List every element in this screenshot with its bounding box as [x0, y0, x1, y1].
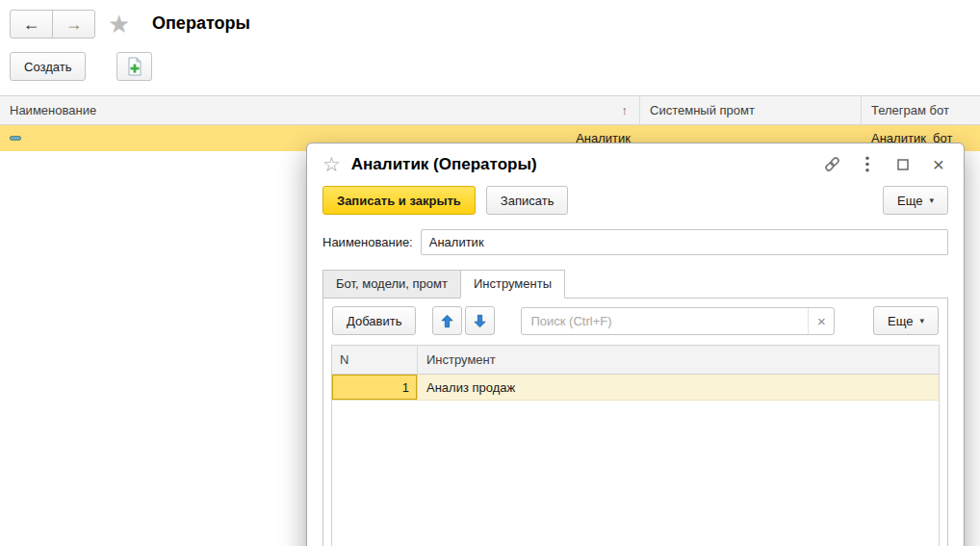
- new-document-plus-icon: [125, 57, 144, 76]
- sort-ascending-icon: ↑: [622, 103, 629, 117]
- column-header-system-prompt-label: Системный промт: [650, 103, 755, 117]
- dropdown-arrow-icon: ▾: [929, 196, 934, 205]
- close-icon[interactable]: ×: [929, 155, 948, 174]
- column-header-telegram-bot-label: Телеграм бот: [871, 103, 949, 117]
- search-field-wrapper: ×: [521, 307, 835, 335]
- column-header-name[interactable]: Наименование ↑: [0, 96, 640, 124]
- dropdown-arrow-icon: ▾: [919, 317, 924, 325]
- dialog-header: ☆ Аналитик (Операторы): [307, 143, 964, 182]
- tools-column-header-tool-label: Инструмент: [426, 352, 496, 367]
- list-header: Наименование ↑ Системный промт Телеграм …: [0, 95, 980, 125]
- move-down-button[interactable]: [465, 306, 495, 335]
- clear-search-icon[interactable]: ×: [808, 308, 834, 334]
- tools-column-header-tool[interactable]: Инструмент: [418, 346, 939, 374]
- tools-cell-n-text: 1: [402, 380, 409, 395]
- tools-cell-tool-text: Анализ продаж: [426, 380, 515, 395]
- favorite-star-icon[interactable]: ★: [108, 10, 130, 39]
- tools-more-button[interactable]: Еще ▾: [873, 306, 939, 335]
- dialog-command-bar: Записать и закрыть Записать Еще ▾: [307, 182, 964, 215]
- name-field-label: Наименование:: [322, 235, 413, 249]
- forward-button[interactable]: →: [52, 10, 95, 39]
- dialog-window-controls: ×: [822, 155, 948, 174]
- tools-column-header-n[interactable]: N: [332, 346, 418, 374]
- copy-link-icon[interactable]: [822, 155, 841, 174]
- dialog-more-label: Еще: [897, 194, 922, 208]
- column-header-system-prompt[interactable]: Системный промт: [640, 96, 862, 124]
- save-button[interactable]: Записать: [486, 186, 569, 215]
- tools-table-header: N Инструмент: [332, 346, 939, 375]
- arrow-down-icon: [473, 314, 487, 328]
- name-field-row: Наименование:: [322, 229, 948, 255]
- name-field[interactable]: [421, 229, 948, 255]
- tools-tab-panel: Добавить: [322, 298, 948, 546]
- search-input[interactable]: [522, 308, 808, 334]
- tab-tools[interactable]: Инструменты: [460, 270, 565, 299]
- tab-bot-models-prompt[interactable]: Бот, модели, промт: [322, 270, 461, 299]
- back-arrow-icon: ←: [23, 14, 40, 35]
- create-button[interactable]: Создать: [10, 52, 86, 81]
- move-up-button[interactable]: [432, 306, 462, 335]
- page-title: Операторы: [152, 13, 250, 34]
- tools-table: N Инструмент 1 Анализ продаж: [331, 345, 940, 546]
- move-buttons: [432, 306, 495, 335]
- tools-table-row[interactable]: 1 Анализ продаж: [332, 375, 939, 401]
- tools-cell-n[interactable]: 1: [332, 375, 418, 400]
- create-new-item-icon-button[interactable]: [116, 52, 152, 81]
- dialog-favorite-star-icon[interactable]: ☆: [322, 154, 341, 174]
- tools-cell-tool[interactable]: Анализ продаж: [418, 375, 939, 400]
- dialog-tabs: Бот, модели, промт Инструменты: [322, 270, 948, 298]
- catalog-item-marker-icon: [10, 136, 21, 141]
- operator-dialog: ☆ Аналитик (Операторы): [306, 143, 965, 546]
- column-header-telegram-bot[interactable]: Телеграм бот: [862, 96, 980, 124]
- column-header-name-label: Наименование: [10, 103, 96, 117]
- forward-arrow-icon: →: [65, 14, 83, 35]
- back-button[interactable]: ←: [10, 10, 53, 39]
- add-button[interactable]: Добавить: [332, 306, 416, 335]
- tools-toolbar: Добавить: [323, 299, 947, 342]
- dialog-more-button[interactable]: Еще ▾: [883, 186, 948, 215]
- tools-table-empty-area: [332, 401, 939, 546]
- save-and-close-button[interactable]: Записать и закрыть: [322, 186, 476, 215]
- history-nav: ← →: [10, 10, 95, 39]
- maximize-icon[interactable]: [893, 155, 913, 174]
- arrow-up-icon: [440, 314, 454, 328]
- dialog-title: Аналитик (Операторы): [351, 155, 537, 174]
- more-commands-kebab-icon[interactable]: [858, 155, 877, 174]
- tools-column-header-n-label: N: [340, 352, 348, 367]
- tools-more-label: Еще: [888, 314, 913, 328]
